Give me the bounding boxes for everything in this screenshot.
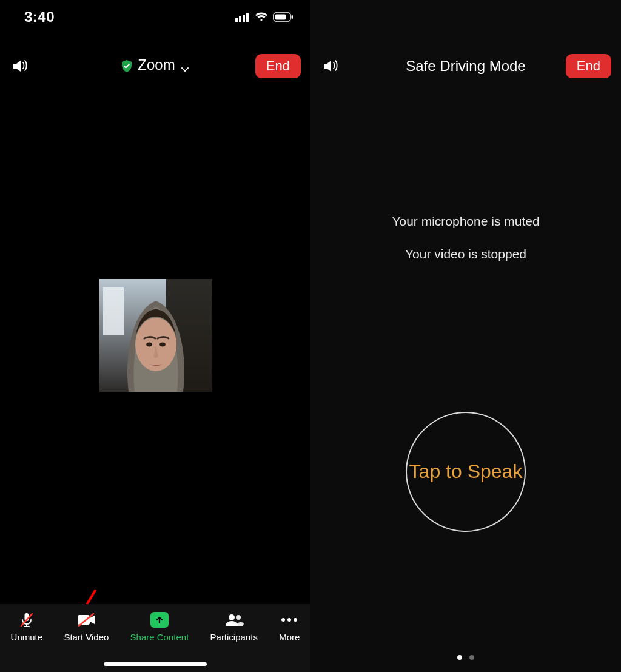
meeting-header: Zoom End <box>0 53 310 79</box>
status-bar: 3:40 <box>0 6 310 28</box>
mic-status-text: Your microphone is muted <box>310 212 621 230</box>
more-icon <box>280 611 299 628</box>
svg-rect-2 <box>243 15 245 22</box>
toolbar-label: More <box>279 632 300 642</box>
svg-rect-5 <box>275 15 286 20</box>
shield-check-icon <box>121 59 132 71</box>
participant-avatar <box>99 279 212 392</box>
svg-point-11 <box>146 343 152 347</box>
svg-point-12 <box>159 343 166 347</box>
svg-rect-8 <box>103 287 124 335</box>
participants-icon <box>224 611 244 628</box>
svg-rect-19 <box>78 615 90 625</box>
svg-rect-3 <box>246 13 249 22</box>
toolbar-label: Unmute <box>11 632 43 642</box>
battery-icon <box>273 12 294 22</box>
page-dot-active <box>457 655 462 660</box>
share-icon <box>150 611 169 628</box>
svg-point-10 <box>135 318 176 371</box>
share-content-button[interactable]: Share Content <box>130 611 189 642</box>
more-button[interactable]: More <box>279 611 300 642</box>
zoom-meeting-screen: 3:40 <box>0 0 310 672</box>
video-status-text: Your video is stopped <box>310 245 621 263</box>
end-button[interactable]: End <box>255 54 301 78</box>
svg-rect-0 <box>235 18 238 22</box>
page-indicator[interactable] <box>457 655 474 660</box>
svg-point-21 <box>229 614 235 620</box>
cellular-icon <box>235 12 250 22</box>
svg-point-22 <box>236 615 241 620</box>
status-time: 3:40 <box>24 8 55 25</box>
video-off-icon <box>76 611 96 628</box>
wifi-icon <box>255 12 268 22</box>
tap-to-speak-label: Tap to Speak <box>409 459 523 485</box>
status-icons <box>235 12 294 22</box>
unmute-button[interactable]: Unmute <box>11 611 43 642</box>
meeting-toolbar: Unmute Start Video Share <box>0 604 310 672</box>
svg-rect-6 <box>292 15 294 19</box>
end-button[interactable]: End <box>566 54 611 78</box>
home-indicator[interactable] <box>104 662 207 666</box>
safe-driving-screen: Safe Driving Mode End Your microphone is… <box>310 0 621 672</box>
svg-point-25 <box>294 618 297 622</box>
status-messages: Your microphone is muted Your video is s… <box>310 212 621 264</box>
toolbar-label: Share Content <box>130 632 189 642</box>
page-dot <box>469 655 474 660</box>
tap-to-speak-button[interactable]: Tap to Speak <box>406 412 526 532</box>
driving-header: Safe Driving Mode End <box>310 53 621 79</box>
meeting-title: Zoom <box>138 56 175 73</box>
video-area[interactable] <box>0 84 310 605</box>
start-video-button[interactable]: Start Video <box>64 611 109 642</box>
toolbar-label: Participants <box>210 632 258 642</box>
svg-point-23 <box>281 618 285 622</box>
participants-button[interactable]: Participants <box>210 611 258 642</box>
toolbar-label: Start Video <box>64 632 109 642</box>
microphone-muted-icon <box>17 611 36 628</box>
svg-rect-1 <box>239 16 241 22</box>
svg-point-24 <box>287 618 291 622</box>
chevron-down-icon <box>181 61 189 69</box>
